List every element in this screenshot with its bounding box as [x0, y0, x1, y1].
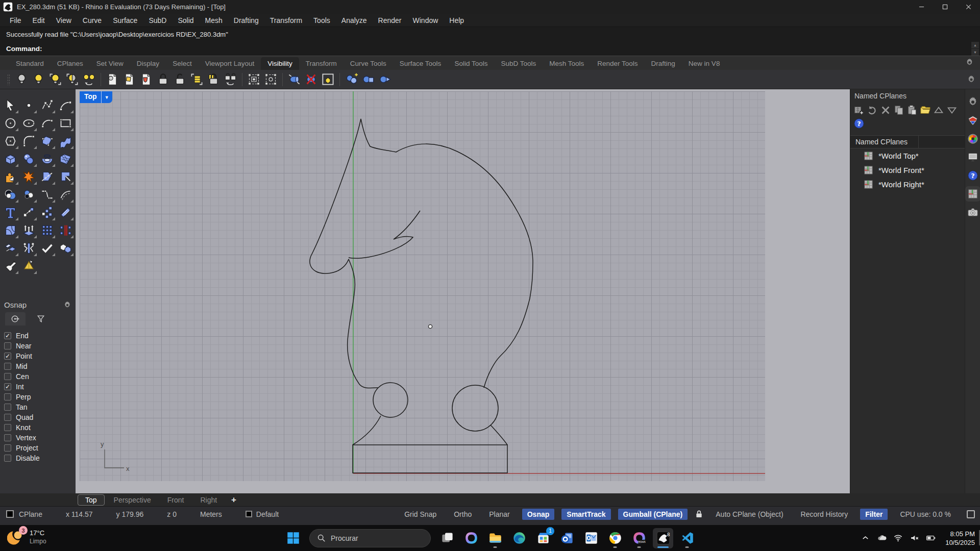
bulb-on-corner-icon[interactable] [47, 71, 63, 87]
torus-icon[interactable] [38, 150, 56, 168]
ribbon-tab[interactable]: Select [166, 57, 199, 70]
sph-plus2-icon[interactable] [360, 71, 376, 87]
osnap-checkbox[interactable] [4, 434, 11, 441]
trim-icon[interactable] [38, 168, 56, 186]
viewport-dropdown-icon[interactable]: ▼ [101, 91, 112, 103]
osnap-checkbox[interactable] [4, 424, 11, 431]
status-panel-icon[interactable] [967, 510, 975, 518]
bulb-on-icon[interactable] [31, 71, 46, 87]
polygon-icon[interactable] [2, 132, 19, 150]
osnap-checkbox[interactable] [4, 414, 11, 421]
viewport-title[interactable]: Top [80, 91, 101, 103]
status-toggle[interactable]: Planar [484, 509, 514, 520]
sph-plus-icon[interactable] [344, 71, 359, 87]
menu-item[interactable]: Solid [172, 14, 199, 27]
camera-icon[interactable] [967, 207, 978, 218]
maximize-button[interactable] [933, 0, 957, 14]
surf-pair-icon[interactable] [2, 239, 19, 257]
osnap-gear-icon[interactable] [63, 301, 71, 309]
current-layer-swatch[interactable] [246, 511, 252, 517]
status-toggle[interactable]: SmartTrack [561, 509, 610, 520]
tri-down-icon[interactable] [946, 105, 958, 116]
toolbar-grip[interactable] [7, 74, 10, 85]
search-box[interactable]: Procurar [309, 529, 431, 547]
bulb-half-icon[interactable] [64, 71, 80, 87]
scroll-down-icon[interactable]: ▼ [971, 49, 979, 56]
lock-doc-icon[interactable] [189, 71, 205, 87]
text-icon[interactable] [2, 204, 19, 221]
command-scrollbar[interactable]: ▲▼ [971, 42, 979, 56]
bool2-icon[interactable] [20, 186, 38, 204]
gradient-icon[interactable] [57, 204, 75, 221]
outlook-classic-icon[interactable] [581, 528, 601, 548]
point-icon[interactable] [20, 96, 38, 114]
viewport-tab[interactable]: Right [193, 495, 224, 505]
hand-pen-icon[interactable] [2, 257, 19, 275]
lock-icon[interactable] [155, 71, 171, 87]
patch-icon[interactable] [38, 132, 56, 150]
close-button[interactable] [957, 0, 980, 14]
ribbon-tab[interactable]: Solid Tools [448, 57, 494, 70]
help-blue-icon[interactable]: ? [967, 170, 978, 181]
lock-swap-icon[interactable] [223, 71, 238, 87]
status-toggle[interactable]: Grid Snap [399, 509, 442, 520]
bulb-gray-icon[interactable] [14, 71, 30, 87]
menu-item[interactable]: Drafting [228, 14, 264, 27]
ellipse-icon[interactable] [20, 114, 38, 132]
cplane-grid-icon[interactable] [967, 188, 978, 199]
cplane-list-item[interactable]: *World Right* [850, 177, 965, 191]
viewport-top[interactable]: y x Top ▼ [76, 89, 850, 493]
menu-item[interactable]: Curve [77, 14, 107, 27]
surf-grid-icon[interactable] [57, 150, 75, 168]
osnap-checkbox[interactable] [4, 444, 11, 452]
minimize-button[interactable] [910, 0, 933, 14]
bool-icon[interactable] [2, 186, 19, 204]
scroll-up-icon[interactable]: ▲ [971, 42, 979, 48]
rect-icon[interactable] [57, 114, 75, 132]
menu-item[interactable]: SubD [143, 14, 172, 27]
menu-item[interactable]: Analyze [336, 14, 373, 27]
menu-item[interactable]: Help [444, 14, 470, 27]
box-frame-icon[interactable] [320, 71, 336, 87]
doc-bulb-icon[interactable] [105, 71, 120, 87]
tri-up-icon[interactable] [933, 105, 944, 116]
cplane-list-item[interactable]: *World Front* [850, 163, 965, 177]
volume-mute-icon[interactable] [910, 533, 919, 543]
status-toggle[interactable]: Osnap [522, 509, 555, 520]
ribbon-tab[interactable]: Set View [90, 57, 130, 70]
onedrive-icon[interactable] [877, 533, 887, 543]
pointer-icon[interactable] [2, 96, 19, 114]
knight-curve[interactable] [310, 119, 533, 473]
menu-item[interactable]: File [4, 14, 27, 27]
taskview-icon[interactable] [437, 528, 457, 548]
blend-icon[interactable] [38, 186, 56, 204]
spheres-icon[interactable] [20, 150, 38, 168]
viewport-tab[interactable]: Front [160, 495, 191, 505]
menu-item[interactable]: Transform [264, 14, 308, 27]
cplane-list-item[interactable]: *World Top* [850, 148, 965, 163]
cyl-blue-icon[interactable] [286, 71, 302, 87]
lock-icon[interactable] [695, 510, 703, 518]
menu-item[interactable]: Render [373, 14, 407, 27]
menu-item[interactable]: Edit [27, 14, 51, 27]
add-icon[interactable] [853, 105, 865, 116]
ribbon-tab[interactable]: Surface Tools [393, 57, 448, 70]
ribbon-tab[interactable]: SubD Tools [494, 57, 543, 70]
status-layer[interactable]: Default [256, 510, 279, 518]
ribbon-tab[interactable]: Curve Tools [344, 57, 393, 70]
osnap-tab-snaps-icon[interactable] [5, 312, 26, 325]
osnap-checkbox[interactable] [4, 353, 11, 360]
doc-shield-icon[interactable] [138, 71, 154, 87]
fillet-box-icon[interactable] [2, 221, 19, 239]
ribbon-tab[interactable]: New in V8 [682, 57, 727, 70]
ribbon-tab[interactable]: Display [130, 57, 166, 70]
ribbon-tab[interactable]: Render Tools [591, 57, 644, 70]
layer-color-swatch[interactable] [6, 510, 14, 518]
check-icon[interactable] [38, 239, 56, 257]
ribbon-tab[interactable]: CPlanes [51, 57, 90, 70]
menu-item[interactable]: Mesh [200, 14, 228, 27]
status-toggle[interactable]: Ortho [449, 509, 477, 520]
folder-icon[interactable] [920, 105, 931, 116]
curve-pts-icon[interactable] [38, 96, 56, 114]
trim2-icon[interactable] [57, 168, 75, 186]
